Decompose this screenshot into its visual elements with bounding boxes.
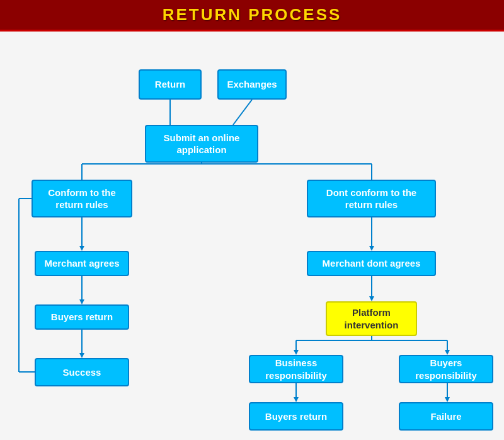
- buyers-return-left-box: Buyers return: [35, 304, 129, 330]
- buyers-return-right-box: Buyers return: [249, 402, 343, 431]
- svg-marker-7: [79, 246, 84, 251]
- svg-marker-29: [445, 397, 450, 402]
- svg-marker-27: [294, 397, 299, 402]
- diagram-area: Return Exchanges Submit an online applic…: [0, 32, 504, 440]
- page-wrapper: RETURN PROCESS: [0, 0, 504, 440]
- return-box: Return: [139, 69, 202, 100]
- svg-marker-17: [369, 246, 374, 251]
- svg-marker-23: [294, 350, 299, 355]
- merchant-dont-box: Merchant dont agrees: [307, 251, 436, 276]
- exchanges-box: Exchanges: [217, 69, 287, 100]
- merchant-agrees-box: Merchant agrees: [35, 251, 129, 276]
- platform-box: Platform intervention: [326, 301, 417, 336]
- svg-marker-9: [79, 299, 84, 304]
- svg-marker-25: [445, 350, 450, 355]
- header: RETURN PROCESS: [0, 0, 504, 32]
- svg-line-1: [233, 100, 252, 125]
- submit-box: Submit an online application: [145, 125, 258, 163]
- svg-marker-11: [79, 353, 84, 358]
- conform-box: Conform to the return rules: [32, 180, 132, 217]
- page-title: RETURN PROCESS: [163, 5, 342, 25]
- business-resp-box: Business responsibility: [249, 355, 343, 383]
- buyers-resp-box: Buyers responsibility: [399, 355, 493, 383]
- svg-marker-19: [369, 296, 374, 301]
- dont-conform-box: Dont conform to the return rules: [307, 180, 436, 217]
- success-box: Success: [35, 358, 129, 386]
- failure-box: Failure: [399, 402, 493, 431]
